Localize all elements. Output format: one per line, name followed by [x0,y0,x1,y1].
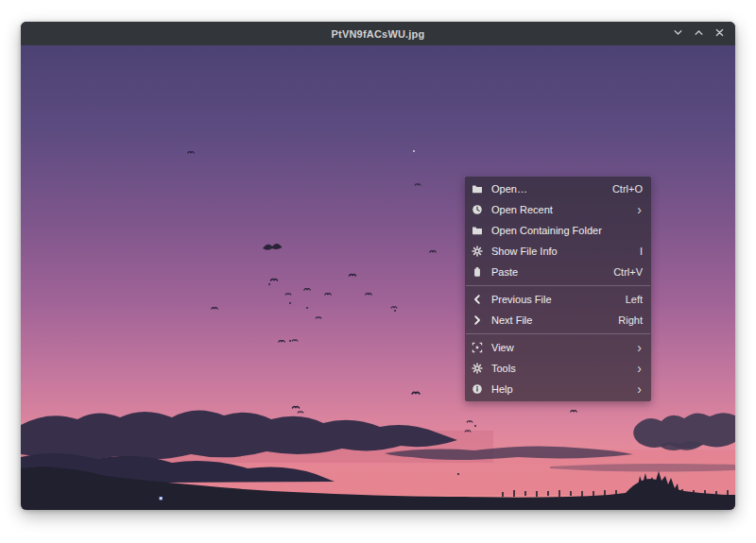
gear-icon [472,363,483,374]
folder-icon [472,225,483,236]
maximize-button[interactable] [692,26,706,41]
clock-icon [472,204,483,215]
menu-item-label: Paste [491,266,613,278]
menu-item-label: Help [491,383,637,395]
menu-item-open-recent[interactable]: Open Recent › [465,199,651,220]
menu-separator [466,285,650,286]
close-button[interactable] [713,26,727,41]
menu-item-label: Next File [491,314,618,326]
menu-item-shortcut: Ctrl+O [612,183,643,195]
menu-item-shortcut: Left [626,294,643,305]
menu-item-label: Open… [491,183,612,195]
menu-item-shortcut: Ctrl+V [613,266,643,278]
image-viewport[interactable]: Open… Ctrl+O Open Recent › Open Containi… [21,45,735,510]
minimize-button[interactable] [671,26,685,41]
chevron-right-icon [472,314,483,326]
submenu-arrow-icon: › [637,205,642,214]
menu-item-open[interactable]: Open… Ctrl+O [465,178,651,199]
folder-icon [472,183,483,195]
paste-icon [472,266,483,278]
star [413,150,415,152]
view-icon [472,342,483,353]
menu-item-previous-file[interactable]: Previous File Left [465,289,651,310]
submenu-arrow-icon: › [637,384,642,394]
chevron-left-icon [472,294,483,305]
menu-item-open-containing-folder[interactable]: Open Containing Folder [465,220,651,241]
menu-item-tools[interactable]: Tools › [465,358,651,379]
submenu-arrow-icon: › [637,364,642,373]
window-title: PtVN9fACsWU.jpg [332,28,425,40]
info-icon [472,383,483,395]
submenu-arrow-icon: › [637,343,642,352]
menu-item-help[interactable]: Help › [465,379,651,399]
gear-icon [472,246,483,257]
context-menu: Open… Ctrl+O Open Recent › Open Containi… [465,177,651,401]
menu-item-label: Tools [491,363,637,374]
menu-item-shortcut: Right [618,314,643,326]
image-viewer-window: PtVN9fACsWU.jpg [21,22,735,510]
menu-item-label: Open Containing Folder [491,225,643,236]
titlebar[interactable]: PtVN9fACsWU.jpg [21,22,735,45]
menu-item-label: Show File Info [491,246,640,257]
chevron-down-icon [673,26,683,41]
menu-item-label: View [491,342,637,353]
close-icon [714,26,725,41]
menu-item-label: Open Recent [491,204,637,215]
menu-item-label: Previous File [491,294,626,305]
chevron-up-icon [694,26,704,41]
menu-separator [466,333,650,334]
menu-item-view[interactable]: View › [465,337,651,358]
menu-item-paste[interactable]: Paste Ctrl+V [465,262,651,282]
menu-item-shortcut: I [640,246,643,257]
menu-item-next-file[interactable]: Next File Right [465,310,651,331]
window-controls [671,22,727,45]
menu-item-show-file-info[interactable]: Show File Info I [465,241,651,262]
